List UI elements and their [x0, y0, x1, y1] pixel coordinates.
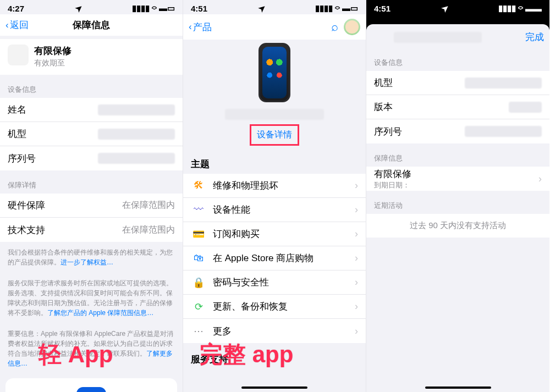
section-topics: 主题 — [183, 146, 366, 174]
topic-icon: ⋯ — [191, 323, 206, 339]
row-tech-support: 技术支持在保障范围内 — [0, 218, 183, 242]
nav-title: 保障信息 — [73, 19, 110, 31]
status-bar: 4:51➤ ▮▮▮▮ ⌔ ▬▭ — [183, 0, 366, 14]
row-name: 姓名 — [0, 98, 183, 122]
sheet-nav: 完成 — [366, 24, 549, 48]
chevron-right-icon: › — [355, 277, 358, 288]
row-label: 版本 — [374, 101, 393, 113]
status-time: 4:27 — [8, 4, 24, 13]
avatar[interactable] — [344, 19, 360, 35]
back-button[interactable]: ‹ 返回 — [6, 19, 29, 31]
topic-row[interactable]: 💳订阅和购买› — [183, 222, 366, 246]
topic-label: 更新、备份和恢复 — [213, 300, 288, 313]
row-version: 版本 — [366, 95, 549, 119]
row-label: 机型 — [374, 76, 393, 89]
coverage-link[interactable]: 了解您产品的 Apple 保障范围信息… — [47, 309, 153, 317]
battery-icon: ▬▭ — [342, 3, 358, 13]
topic-label: 在 Apple Store 商店购物 — [213, 252, 314, 264]
chevron-right-icon: › — [355, 325, 358, 337]
wifi-icon: ⌔ — [335, 4, 340, 13]
chevron-right-icon: › — [355, 228, 358, 240]
back-button[interactable]: ‹ 产品 — [189, 21, 212, 34]
status-bar: 4:27➤ ▮▮▮▮ ⌔ ▬▭ — [0, 0, 183, 14]
battery-icon: ▬▭ — [159, 3, 175, 13]
back-label: 返回 — [10, 19, 29, 31]
redacted-title — [394, 32, 482, 43]
row-label: 有限保修 — [374, 168, 411, 180]
row-model: 机型 — [0, 122, 183, 146]
row-label: 技术支持 — [8, 224, 45, 236]
topic-row[interactable]: 🛍在 Apple Store 商店购物› — [183, 246, 366, 270]
signal-icon: ▮▮▮▮ — [132, 3, 150, 13]
section-device-info: 设备信息 — [0, 75, 183, 98]
topic-icon: 💳 — [191, 227, 206, 242]
done-button[interactable]: 完成 — [525, 31, 544, 43]
chevron-right-icon: › — [355, 204, 358, 216]
section-coverage: 保障详情 — [0, 170, 183, 194]
overlay-caption: 轻 App — [38, 339, 113, 370]
phone-support-full: 4:51➤ ▮▮▮▮ ⌔ ▬▭ ‹ 产品 ⌕ 设备详情 主题 🛠维修和物理损坏›… — [183, 0, 366, 392]
overlay-caption: 完整 app — [200, 339, 293, 370]
location-icon: ➤ — [73, 2, 85, 14]
topic-row[interactable]: 🔒密码与安全性› — [183, 270, 366, 295]
status-time: 4:51 — [191, 4, 207, 13]
redacted-device-name — [225, 109, 324, 120]
bottom-card — [6, 378, 177, 392]
device-hero: 设备详情 — [183, 40, 366, 146]
highlight-box: 设备详情 — [250, 124, 299, 146]
topic-label: 订阅和购买 — [213, 228, 260, 240]
battery-icon: ▬▬ — [525, 4, 542, 13]
redacted-value — [98, 129, 175, 140]
topic-row[interactable]: 🛠维修和物理损坏› — [183, 174, 366, 198]
device-image — [258, 43, 290, 102]
row-warranty[interactable]: 有限保修 到期日期： › — [366, 167, 549, 191]
learn-more-link[interactable]: 进一步了解权益… — [61, 258, 113, 266]
warranty-title: 有限保修 — [34, 45, 72, 57]
chevron-right-icon: › — [355, 252, 358, 264]
redacted-value — [98, 104, 175, 115]
empty-activity: 过去 90 天内没有支持活动 — [366, 214, 549, 238]
topic-row[interactable]: ⟳更新、备份和恢复› — [183, 295, 366, 319]
apple-logo-icon — [8, 45, 29, 65]
wifi-icon: ⌔ — [152, 4, 157, 13]
warranty-header: 有限保修 有效期至 — [0, 39, 183, 75]
row-label: 序列号 — [374, 125, 402, 138]
topic-icon: 🔒 — [191, 275, 206, 290]
row-model: 机型 — [366, 71, 549, 95]
chevron-right-icon: › — [538, 173, 542, 185]
redacted-value — [98, 153, 175, 164]
device-details-link[interactable]: 设备详情 — [257, 130, 292, 139]
topic-icon: 🛠 — [191, 178, 206, 194]
topic-label: 更多 — [213, 325, 232, 338]
topic-icon: 〰 — [191, 202, 206, 218]
row-serial: 序列号 — [0, 146, 183, 170]
redacted-value — [509, 102, 542, 113]
row-label: 姓名 — [8, 103, 26, 116]
row-value: 在保障范围内 — [122, 200, 175, 211]
chevron-right-icon: › — [355, 180, 358, 191]
topic-label: 维修和物理损坏 — [213, 179, 278, 192]
row-label: 机型 — [8, 128, 26, 140]
signal-icon: ▮▮▮▮ — [315, 3, 333, 13]
topic-label: 设备性能 — [213, 203, 250, 216]
row-hardware: 硬件保障在保障范围内 — [0, 194, 183, 218]
topic-icon: 🛍 — [191, 251, 206, 266]
signal-icon: ▮▮▮▮ — [498, 3, 516, 13]
search-icon[interactable]: ⌕ — [331, 20, 338, 34]
app-icon — [76, 387, 106, 392]
section-coverage: 保障信息 — [366, 143, 549, 167]
home-indicator — [425, 387, 491, 389]
home-indicator — [241, 387, 307, 389]
redacted-value — [465, 126, 542, 137]
chevron-right-icon: › — [355, 301, 358, 312]
row-label: 序列号 — [8, 152, 36, 165]
phone-warranty-lite: 4:27➤ ▮▮▮▮ ⌔ ▬▭ ‹ 返回 保障信息 有限保修 有效期至 设备信息… — [0, 0, 183, 392]
location-icon: ➤ — [256, 2, 268, 14]
footer-para-2: 服务仅限于您请求服务时所在国家或地区可提供的选项。服务选项、支持提供情况和回复时… — [0, 273, 183, 323]
location-icon: ➤ — [439, 2, 451, 14]
back-label: 产品 — [193, 21, 212, 34]
wifi-icon: ⌔ — [518, 4, 523, 13]
row-label: 硬件保障 — [8, 199, 45, 212]
topic-row[interactable]: 〰设备性能› — [183, 198, 366, 222]
row-value: 在保障范围内 — [122, 224, 175, 236]
